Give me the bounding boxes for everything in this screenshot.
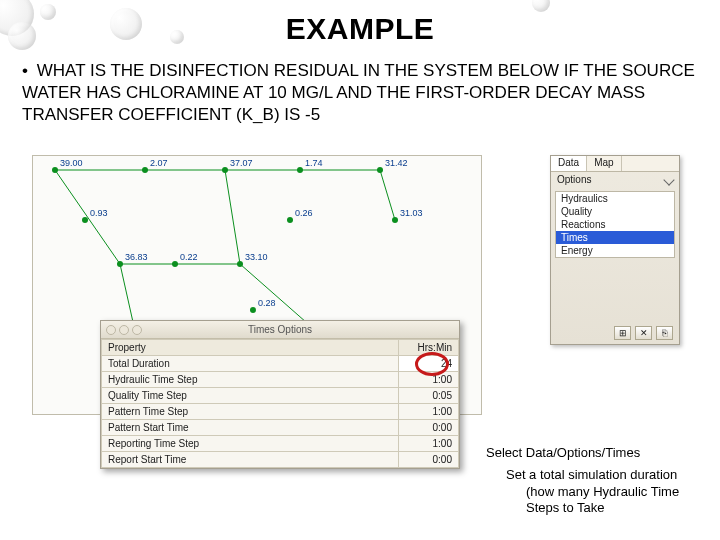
node-label: 33.10 [245, 252, 268, 262]
close-icon[interactable] [106, 325, 116, 335]
junction-node[interactable] [117, 261, 123, 267]
table-row: Pattern Time Step1:00 [102, 404, 459, 420]
property-value[interactable]: 0:00 [399, 420, 459, 436]
node-label: 0.28 [258, 298, 276, 308]
browser-list: HydraulicsQualityReactionsTimesEnergy [555, 191, 675, 258]
col-hrsmin: Hrs:Min [399, 340, 459, 356]
tab-data[interactable]: Data [551, 156, 587, 171]
junction-node[interactable] [287, 217, 293, 223]
property-value[interactable]: 1:00 [399, 436, 459, 452]
node-label: 0.26 [295, 208, 313, 218]
tab-map[interactable]: Map [587, 156, 621, 171]
table-row: Report Start Time0:00 [102, 452, 459, 468]
browser-item-quality[interactable]: Quality [556, 205, 674, 218]
node-label: 0.22 [180, 252, 198, 262]
question-body: WHAT IS THE DISINFECTION RESIDUAL IN THE… [22, 61, 695, 124]
table-row: Quality Time Step0:05 [102, 388, 459, 404]
property-label: Total Duration [102, 356, 399, 372]
table-row: Reporting Time Step1:00 [102, 436, 459, 452]
table-row: Pattern Start Time0:00 [102, 420, 459, 436]
node-label: 36.83 [125, 252, 148, 262]
property-value[interactable]: 1:00 [399, 404, 459, 420]
node-label: 37.07 [230, 158, 253, 168]
junction-node[interactable] [222, 167, 228, 173]
times-options-dialog: Times Options Property Hrs:Min Total Dur… [100, 320, 460, 469]
browser-dropdown[interactable]: Options [551, 172, 679, 187]
node-label: 39.00 [60, 158, 83, 168]
junction-node[interactable] [52, 167, 58, 173]
property-label: Pattern Start Time [102, 420, 399, 436]
property-label: Pattern Time Step [102, 404, 399, 420]
junction-node[interactable] [377, 167, 383, 173]
page-title: EXAMPLE [0, 12, 720, 46]
node-label: 31.03 [400, 208, 423, 218]
pipe-link[interactable] [55, 170, 120, 264]
table-row: Total Duration24 [102, 356, 459, 372]
toolbar-edit-button[interactable]: ⎘ [656, 326, 673, 340]
property-label: Hydraulic Time Step [102, 372, 399, 388]
property-label: Quality Time Step [102, 388, 399, 404]
droplet-decor [40, 4, 56, 20]
instruction-line: Set a total simulation duration (how man… [506, 467, 700, 516]
droplet-decor [170, 30, 184, 44]
dialog-title: Times Options [101, 324, 459, 335]
junction-node[interactable] [237, 261, 243, 267]
browser-item-hydraulics[interactable]: Hydraulics [556, 192, 674, 205]
pipe-link[interactable] [380, 170, 395, 220]
property-label: Reporting Time Step [102, 436, 399, 452]
junction-node[interactable] [392, 217, 398, 223]
toolbar-add-button[interactable]: ⊞ [614, 326, 631, 340]
node-label: 1.74 [305, 158, 323, 168]
junction-node[interactable] [297, 167, 303, 173]
property-value[interactable]: 0:05 [399, 388, 459, 404]
table-row: Hydraulic Time Step1:00 [102, 372, 459, 388]
instruction-line: Select Data/Options/Times [486, 445, 700, 461]
toolbar-delete-button[interactable]: ✕ [635, 326, 652, 340]
node-label: 31.42 [385, 158, 408, 168]
chevron-down-icon [663, 174, 674, 185]
col-property: Property [102, 340, 399, 356]
browser-item-reactions[interactable]: Reactions [556, 218, 674, 231]
property-value[interactable]: 24 [399, 356, 459, 372]
browser-panel: Data Map Options HydraulicsQualityReacti… [550, 155, 680, 345]
node-label: 2.07 [150, 158, 168, 168]
junction-node[interactable] [82, 217, 88, 223]
browser-item-energy[interactable]: Energy [556, 244, 674, 257]
node-label: 0.93 [90, 208, 108, 218]
pipe-link[interactable] [225, 170, 240, 264]
droplet-decor [110, 8, 142, 40]
minimize-icon[interactable] [119, 325, 129, 335]
junction-node[interactable] [250, 307, 256, 313]
junction-node[interactable] [142, 167, 148, 173]
property-value[interactable]: 0:00 [399, 452, 459, 468]
browser-tabs: Data Map [551, 156, 679, 172]
droplet-decor [532, 0, 550, 12]
property-label: Report Start Time [102, 452, 399, 468]
property-value[interactable]: 1:00 [399, 372, 459, 388]
dialog-titlebar[interactable]: Times Options [101, 321, 459, 339]
question-text: • WHAT IS THE DISINFECTION RESIDUAL IN T… [22, 60, 698, 125]
zoom-icon[interactable] [132, 325, 142, 335]
junction-node[interactable] [172, 261, 178, 267]
instruction-box: Select Data/Options/Times Set a total si… [482, 442, 700, 522]
browser-item-times[interactable]: Times [556, 231, 674, 244]
droplet-decor [8, 22, 36, 50]
